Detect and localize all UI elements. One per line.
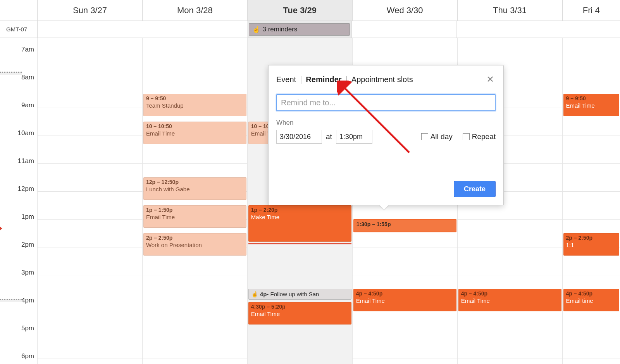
event-block[interactable]: 10 – 10:50 Email Time <box>143 122 246 144</box>
event-title: Email Time <box>251 311 349 318</box>
allday-thu[interactable] <box>456 21 561 38</box>
allday-row: GMT-07 ☝ 3 reminders <box>0 21 620 38</box>
event-block[interactable]: 4p – 4:50p Email time <box>563 289 619 311</box>
day-header-thu[interactable]: Thu 3/31 <box>457 0 562 21</box>
dotted-marker <box>0 72 22 75</box>
day-col-fri[interactable]: 9 – 9:50 Email Time 2p – 2:50p 1:1 4p – … <box>562 38 620 364</box>
event-block[interactable]: 4p – 4:50p Email Time <box>353 289 456 311</box>
hour-10am: 10am <box>0 108 37 136</box>
event-time: 9 – 9:50 <box>146 95 244 102</box>
day-header-tue[interactable]: Tue 3/29 <box>247 0 352 21</box>
allday-mon[interactable] <box>142 21 246 38</box>
now-indicator-icon <box>0 225 3 235</box>
hour-6pm: 6pm <box>0 331 37 359</box>
checkbox-icon <box>463 133 470 140</box>
event-title: Make Time <box>251 214 349 221</box>
event-time: 10 – 10:50 <box>146 123 244 130</box>
day-header-sun[interactable]: Sun 3/27 <box>37 0 142 21</box>
time-input[interactable] <box>336 130 372 144</box>
event-title: Email Time <box>146 214 244 221</box>
event-time: 4p – 4:50p <box>566 290 617 297</box>
event-time: 2p – 2:50p <box>566 235 617 242</box>
event-block[interactable]: 2p – 2:50p Work on Presentation <box>143 233 246 256</box>
create-popup: Event | Reminder | Appointment slots ✕ W… <box>268 65 504 205</box>
event-block[interactable]: 4:30p – 5:20p Email Time <box>248 302 351 325</box>
event-time: 4:30p – 5:20p <box>251 304 349 311</box>
at-label: at <box>326 132 332 141</box>
event-block[interactable]: 9 – 9:50 Team Standup <box>143 94 246 116</box>
popup-body: When at All day Repeat <box>269 90 503 151</box>
hand-icon: ☝ <box>252 26 260 34</box>
close-icon[interactable]: ✕ <box>485 72 496 86</box>
timezone-label: GMT-07 <box>0 21 37 38</box>
event-time: 4p <box>260 291 267 298</box>
allday-checkbox[interactable]: All day <box>421 132 453 141</box>
event-block[interactable]: 1p – 2:20p Make Time <box>248 205 351 242</box>
day-col-sun[interactable] <box>37 38 142 364</box>
when-label: When <box>276 119 496 127</box>
reminder-title-input[interactable] <box>276 94 496 111</box>
reminder-chip[interactable]: ☝ 3 reminders <box>249 23 350 36</box>
event-block[interactable]: 4p – 4:50p Email Time <box>458 289 561 311</box>
event-title: Email time <box>566 297 617 305</box>
tz-header-spacer <box>0 0 37 21</box>
event-title: Email Time <box>566 102 617 110</box>
event-time: 2p – 2:50p <box>146 235 244 242</box>
allday-label: All day <box>431 132 453 141</box>
day-header-row: Sun 3/27 Mon 3/28 Tue 3/29 Wed 3/30 Thu … <box>0 0 620 21</box>
event-block-new[interactable]: 1:30p – 1:55p <box>353 219 456 232</box>
tab-reminder[interactable]: Reminder <box>306 75 341 84</box>
event-title: Work on Presentation <box>146 242 244 249</box>
popup-header: Event | Reminder | Appointment slots ✕ <box>269 65 503 90</box>
allday-fri[interactable] <box>561 21 620 38</box>
event-title: Email Time <box>461 297 559 305</box>
create-button[interactable]: Create <box>454 181 496 197</box>
hour-12pm: 12pm <box>0 163 37 191</box>
calendar-week-view: Sun 3/27 Mon 3/28 Tue 3/29 Wed 3/30 Thu … <box>0 0 620 364</box>
now-line <box>248 243 351 244</box>
day-col-mon[interactable]: 9 – 9:50 Team Standup 10 – 10:50 Email T… <box>142 38 247 364</box>
popup-tabs: Event | Reminder | Appointment slots <box>276 75 413 84</box>
reminder-event[interactable]: ☝ 4p - Follow up with San <box>248 289 351 300</box>
tab-separator: | <box>300 75 302 84</box>
tab-appointment[interactable]: Appointment slots <box>351 75 413 84</box>
tab-separator: | <box>346 75 348 84</box>
hour-8am: 8am <box>0 52 37 80</box>
hand-icon: ☝ <box>251 291 258 298</box>
event-time: 4p – 4:50p <box>461 290 559 297</box>
hour-5pm: 5pm <box>0 303 37 331</box>
hour-2pm: 2pm <box>0 219 37 247</box>
hour-7am: 7am <box>0 38 37 52</box>
repeat-checkbox[interactable]: Repeat <box>463 132 496 141</box>
allday-tue[interactable]: ☝ 3 reminders <box>247 21 351 38</box>
allday-sun[interactable] <box>37 21 142 38</box>
hour-3pm: 3pm <box>0 247 37 275</box>
hour-11am: 11am <box>0 136 37 163</box>
event-block[interactable]: 1p – 1:50p Email Time <box>143 205 246 228</box>
event-time: 1p – 1:50p <box>146 207 244 214</box>
tab-event[interactable]: Event <box>276 75 296 84</box>
reminder-chip-label: 3 reminders <box>263 26 298 33</box>
when-row: at All day Repeat <box>276 130 496 144</box>
repeat-label: Repeat <box>472 132 496 141</box>
event-title: - Follow up with San <box>267 291 319 298</box>
allday-wed[interactable] <box>351 21 456 38</box>
date-input[interactable] <box>276 130 322 144</box>
event-title: Email Time <box>356 297 454 305</box>
dotted-marker <box>0 299 22 302</box>
event-time: 4p – 4:50p <box>356 290 454 297</box>
event-title: Team Standup <box>146 102 244 110</box>
time-column: 7am 8am 9am 10am 11am 12pm 1pm 2pm 3pm 4… <box>0 38 37 364</box>
event-time: 9 – 9:50 <box>566 95 617 102</box>
hour-1pm: 1pm <box>0 191 37 219</box>
day-header-wed[interactable]: Wed 3/30 <box>352 0 457 21</box>
day-header-mon[interactable]: Mon 3/28 <box>142 0 247 21</box>
event-block[interactable]: 12p – 12:50p Lunch with Gabe <box>143 177 246 200</box>
event-block[interactable]: 2p – 2:50p 1:1 <box>563 233 619 256</box>
event-block[interactable]: 9 – 9:50 Email Time <box>563 94 619 116</box>
hour-9am: 9am <box>0 80 37 108</box>
event-title: 1:1 <box>566 242 617 249</box>
event-time: 1:30p – 1:55p <box>356 221 453 228</box>
checkbox-icon <box>421 133 428 140</box>
day-header-fri[interactable]: Fri 4 <box>562 0 620 21</box>
